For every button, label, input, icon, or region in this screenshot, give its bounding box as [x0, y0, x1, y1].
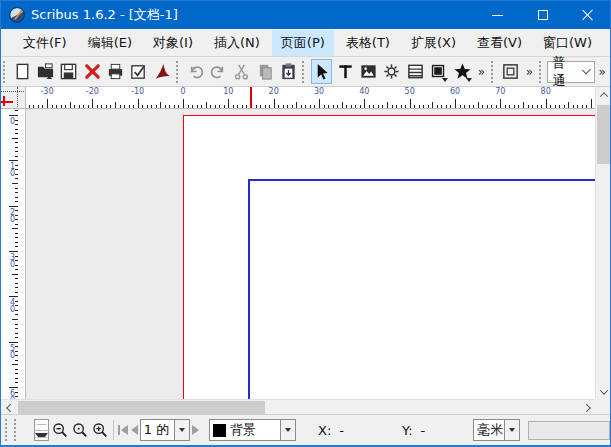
- ruler-tick: [382, 105, 383, 109]
- vertical-scrollbar-thumb[interactable]: [597, 105, 610, 164]
- zoom-in-button[interactable]: [91, 420, 109, 441]
- horizontal-scrollbar-thumb[interactable]: [18, 401, 265, 414]
- ruler-tick: [124, 105, 125, 109]
- ruler-tick: [324, 105, 325, 109]
- print-button[interactable]: [105, 59, 126, 84]
- ruler-tick: [582, 105, 583, 109]
- ruler-tick: [12, 319, 19, 320]
- redo-button[interactable]: [208, 59, 229, 84]
- toolbar-grip[interactable]: [539, 61, 544, 83]
- toolbar-grip[interactable]: [491, 61, 496, 83]
- first-page-button[interactable]: [118, 420, 129, 440]
- horizontal-scrollbar[interactable]: [1, 399, 595, 414]
- menu-item[interactable]: 对象(I): [144, 30, 202, 56]
- page-selector-combo[interactable]: 1 的: [140, 419, 190, 441]
- insert-text-frame-icon: [336, 62, 355, 81]
- page: [183, 115, 595, 399]
- scroll-up-button[interactable]: [596, 87, 611, 102]
- insert-polygon-tool[interactable]: [451, 59, 472, 84]
- menu-item[interactable]: 插入(N): [205, 30, 269, 56]
- menu-item[interactable]: 文件(F): [14, 30, 76, 56]
- minimize-button[interactable]: [475, 1, 520, 29]
- document-canvas[interactable]: [26, 109, 595, 399]
- insert-render-frame-icon: [382, 62, 401, 81]
- insert-render-frame-tool[interactable]: [381, 59, 402, 84]
- ruler-tick: [15, 133, 19, 134]
- zoom-spin-up-button[interactable]: [35, 420, 48, 431]
- previous-page-button[interactable]: [129, 420, 140, 440]
- ruler-tick: [351, 105, 352, 109]
- menu-item[interactable]: 窗口(W): [534, 30, 601, 56]
- menu-item[interactable]: 页面(P): [272, 30, 334, 56]
- menu-item[interactable]: 查看(V): [468, 30, 531, 56]
- toolbar-grip[interactable]: [302, 61, 307, 83]
- ruler-tick: [491, 105, 492, 109]
- ruler-label: -30: [40, 87, 53, 96]
- close-button[interactable]: [565, 1, 610, 29]
- paste-button[interactable]: [278, 59, 299, 84]
- undo-button[interactable]: [184, 59, 205, 84]
- menu-item[interactable]: 表格(T): [337, 30, 399, 56]
- ruler-origin-widget[interactable]: [1, 87, 26, 109]
- minimize-icon: [492, 15, 503, 16]
- page-selector-dropdown-button[interactable]: [174, 420, 189, 440]
- insert-text-frame-tool[interactable]: [334, 59, 355, 84]
- layer-dropdown-button[interactable]: [280, 420, 295, 440]
- tools-overflow-button[interactable]: »: [474, 65, 489, 79]
- statusbar-grip[interactable]: [5, 419, 10, 441]
- scroll-right-button[interactable]: [580, 400, 595, 415]
- open-document-button[interactable]: [35, 59, 56, 84]
- scrollbar-corner: [595, 399, 610, 414]
- unit-selector-combo[interactable]: 毫米: [473, 419, 520, 441]
- insert-table-tool[interactable]: [405, 59, 426, 84]
- ruler-tick: [9, 342, 18, 343]
- pdf-tools-overflow-button[interactable]: »: [522, 65, 537, 79]
- pdf-push-button-tool[interactable]: [499, 59, 520, 84]
- cut-button[interactable]: [231, 59, 252, 84]
- zoom-spin-down-button[interactable]: [35, 431, 48, 441]
- ruler-label: 0: [10, 118, 18, 125]
- ruler-tick: [9, 206, 18, 207]
- save-as-pdf-button[interactable]: [152, 59, 173, 84]
- copy-button[interactable]: [255, 59, 276, 84]
- ruler-tick: [133, 105, 134, 109]
- ruler-tick: [224, 105, 225, 109]
- maximize-button[interactable]: [520, 1, 565, 29]
- unit-dropdown-button[interactable]: [504, 420, 519, 440]
- ruler-tick: [15, 246, 19, 247]
- insert-shape-tool[interactable]: [428, 59, 449, 84]
- image-preview-quality-combo[interactable]: 普通: [547, 61, 595, 83]
- new-document-button[interactable]: [11, 59, 32, 84]
- zoom-level-spinner[interactable]: [34, 419, 49, 441]
- toolbar-overflow-button[interactable]: »: [595, 65, 610, 79]
- toolbar-grip[interactable]: [176, 61, 181, 83]
- title-bar[interactable]: Scribus 1.6.2 - [文档-1]: [1, 1, 610, 29]
- horizontal-ruler[interactable]: -30-20-1001020304050607080: [26, 87, 595, 109]
- menu-item[interactable]: 编辑(E): [79, 30, 141, 56]
- vertical-scrollbar[interactable]: [595, 87, 610, 399]
- ruler-tick: [441, 105, 442, 109]
- select-item-tool[interactable]: [311, 59, 333, 84]
- scroll-down-button[interactable]: [596, 384, 611, 399]
- menu-overflow-button[interactable]: »: [604, 35, 611, 50]
- x-position-value: -: [339, 423, 344, 438]
- ruler-label: 70: [495, 87, 505, 96]
- preflight-verifier-button[interactable]: [128, 59, 149, 84]
- ruler-tick: [265, 105, 266, 109]
- close-document-button[interactable]: [82, 59, 103, 84]
- statusbar-grip[interactable]: [14, 419, 19, 441]
- scroll-left-button[interactable]: [1, 400, 16, 415]
- chevron-up-icon: [599, 92, 607, 100]
- ruler-tick: [242, 105, 243, 109]
- zoom-default-button[interactable]: [71, 420, 89, 441]
- insert-image-frame-tool[interactable]: [358, 59, 379, 84]
- layer-selector-combo[interactable]: 背景: [209, 419, 296, 441]
- menu-item[interactable]: 扩展(X): [402, 30, 465, 56]
- zoom-out-button[interactable]: [51, 420, 69, 441]
- next-page-button[interactable]: [190, 420, 201, 440]
- save-button[interactable]: [58, 59, 79, 84]
- ruler-tick: [106, 105, 107, 109]
- ruler-tick: [15, 292, 19, 293]
- toolbar-grip[interactable]: [3, 61, 8, 83]
- vertical-ruler[interactable]: 0102030405060: [1, 109, 26, 399]
